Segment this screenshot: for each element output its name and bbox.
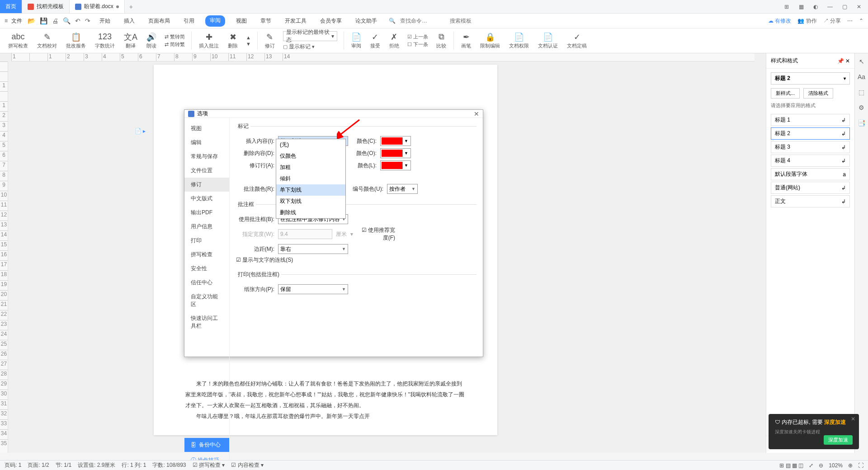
side-trust[interactable]: 信任中心: [184, 276, 229, 290]
revise-button[interactable]: ✎修订: [261, 33, 278, 49]
status-spell[interactable]: ☑ 拼写检查 ▾: [193, 461, 225, 469]
status-rowcol[interactable]: 行: 1 列: 1: [122, 461, 146, 469]
status-wordcount[interactable]: 字数: 108/893: [152, 461, 186, 469]
side-print[interactable]: 打印: [184, 234, 229, 248]
style-h4[interactable]: 标题 4↲: [771, 155, 850, 167]
wordcount-button[interactable]: 123字数统计: [91, 33, 118, 49]
clear-format-button[interactable]: 清除格式: [803, 88, 833, 99]
fullscreen-icon[interactable]: ⛶: [858, 462, 863, 469]
file-menu[interactable]: 文件: [11, 17, 22, 25]
style-h3[interactable]: 标题 3↲: [771, 141, 850, 153]
avatar-icon[interactable]: ◐: [810, 2, 821, 11]
fit-icon[interactable]: ⤢: [809, 462, 813, 469]
tab-template[interactable]: 找稻壳模板: [22, 0, 70, 13]
new-style-button[interactable]: 新样式...: [771, 88, 800, 99]
properties-icon[interactable]: 📑: [858, 119, 865, 127]
number-color-select[interactable]: 按作者▼: [387, 184, 418, 194]
side-general[interactable]: 常规与保存: [184, 150, 229, 164]
status-section[interactable]: 节: 1/1: [56, 461, 71, 469]
style-h1[interactable]: 标题 1↲: [771, 114, 850, 126]
show-line-check[interactable]: ☑ 显示与文字的连线(S): [236, 256, 293, 264]
menu-insert[interactable]: 插入: [121, 15, 137, 27]
menu-dev[interactable]: 开发工具: [282, 15, 309, 27]
minimize-icon[interactable]: —: [825, 2, 835, 11]
trad-to-simp[interactable]: ⇄ 简转繁: [165, 41, 185, 48]
dialog-close-icon[interactable]: ✕: [474, 110, 479, 118]
translate-button[interactable]: 文A翻译: [120, 33, 141, 49]
menu-reference[interactable]: 引用: [181, 15, 197, 27]
preview-icon[interactable]: 🔍: [63, 17, 71, 24]
undo-icon[interactable]: ↶: [75, 17, 80, 24]
backup-button[interactable]: 🗄 备份中心: [184, 438, 229, 452]
menu-section[interactable]: 章节: [258, 15, 274, 27]
side-custom[interactable]: 自定义功能区: [184, 290, 229, 311]
prev-change[interactable]: ☑ 上一条: [407, 33, 428, 40]
layout-icon[interactable]: ⊞: [781, 2, 792, 11]
menu-vip[interactable]: 会员专享: [317, 15, 344, 27]
select-tool-icon[interactable]: ↖: [859, 58, 864, 65]
side-chinese[interactable]: 中文版式: [184, 192, 229, 206]
more-icon[interactable]: ⋯: [847, 18, 853, 24]
side-user[interactable]: 用户信息: [184, 220, 229, 234]
maximize-icon[interactable]: ▢: [839, 2, 850, 11]
zoom-level[interactable]: 102%: [829, 462, 843, 469]
color-l-picker[interactable]: ▼: [380, 160, 411, 170]
display-mode-select[interactable]: 显示标记的最终状态▾: [283, 31, 337, 41]
opt-italic[interactable]: 倾斜: [276, 173, 345, 184]
status-position[interactable]: 设置值: 2.9厘米: [78, 461, 115, 469]
delete-comment-button[interactable]: ✖删除: [224, 33, 241, 49]
side-qat[interactable]: 快速访问工具栏: [184, 311, 229, 333]
width-input[interactable]: [278, 229, 332, 239]
view-mode-icon[interactable]: ⊞ ▤ ▦ ◫: [779, 462, 803, 469]
recommended-check[interactable]: ☑ 使用推荐宽度(F): [357, 226, 395, 242]
side-security[interactable]: 安全性: [184, 262, 229, 276]
proofread-button[interactable]: ✎文档校对: [33, 33, 61, 49]
print-icon[interactable]: 🖨: [52, 17, 58, 24]
accept-button[interactable]: ✓接受: [367, 33, 384, 49]
tab-document[interactable]: 盼望着.docx: [70, 0, 125, 13]
style-default-font[interactable]: 默认段落字体a: [771, 168, 850, 180]
simp-to-trad[interactable]: ⇄ 繁转简: [165, 33, 185, 40]
opt-double-underline[interactable]: 双下划线: [276, 196, 345, 207]
redo-icon[interactable]: ↷: [85, 17, 90, 24]
current-style[interactable]: 标题 2▾: [771, 72, 850, 85]
next-comment[interactable]: ▼: [246, 41, 251, 47]
apps-icon[interactable]: ▦: [796, 2, 807, 11]
status-page-num[interactable]: 页码: 1: [5, 461, 21, 469]
opt-none[interactable]: (无): [276, 139, 345, 150]
menu-view[interactable]: 视图: [233, 15, 250, 27]
tab-home[interactable]: 首页: [0, 0, 22, 13]
margin-select[interactable]: 靠右▼: [278, 244, 348, 254]
side-pdf[interactable]: 输出PDF: [184, 206, 229, 220]
opt-color-only[interactable]: 仅颜色: [276, 150, 345, 162]
side-files[interactable]: 文件位置: [184, 164, 229, 178]
auth-button[interactable]: 📄文档认证: [534, 33, 561, 49]
panel-close-icon[interactable]: ✕: [845, 58, 850, 64]
hamburger-icon[interactable]: ≡: [5, 18, 8, 24]
settings-icon[interactable]: ⚙: [859, 104, 864, 111]
next-change[interactable]: ☐ 下一条: [407, 41, 428, 48]
opt-strike[interactable]: 删除线: [276, 207, 345, 218]
share[interactable]: ↗ 分享: [823, 17, 841, 25]
open-icon[interactable]: 📂: [28, 17, 35, 24]
insert-comment-button[interactable]: ✚插入批注: [195, 33, 222, 49]
paper-select[interactable]: 保留▼: [278, 284, 348, 294]
pin-icon[interactable]: 📌: [837, 58, 844, 64]
permission-button[interactable]: 📄文档权限: [505, 33, 533, 49]
side-revise[interactable]: 修订: [184, 178, 229, 192]
dialog-titlebar[interactable]: 选项 ✕: [184, 110, 483, 118]
has-changes[interactable]: ☁ 有修改: [768, 17, 791, 25]
style-normal-web[interactable]: 普通(网站)↲: [771, 182, 850, 194]
finalize-button[interactable]: ✓文档定稿: [563, 33, 590, 49]
heading-nav-icon[interactable]: 📄 ▸: [135, 128, 146, 134]
zoom-out-icon[interactable]: ⊖: [819, 462, 823, 469]
color-o-picker[interactable]: ▼: [380, 148, 411, 158]
zoom-in-icon[interactable]: ⊕: [848, 462, 853, 469]
menu-start[interactable]: 开始: [97, 15, 113, 27]
review-pane-button[interactable]: 📄审阅: [348, 33, 365, 49]
correction-button[interactable]: 📋批改服务: [62, 33, 90, 49]
styles-icon[interactable]: Aa: [858, 73, 865, 80]
side-edit[interactable]: 编辑: [184, 136, 229, 150]
template-search[interactable]: [450, 18, 495, 24]
compare-button[interactable]: ⧉比较: [433, 33, 450, 49]
